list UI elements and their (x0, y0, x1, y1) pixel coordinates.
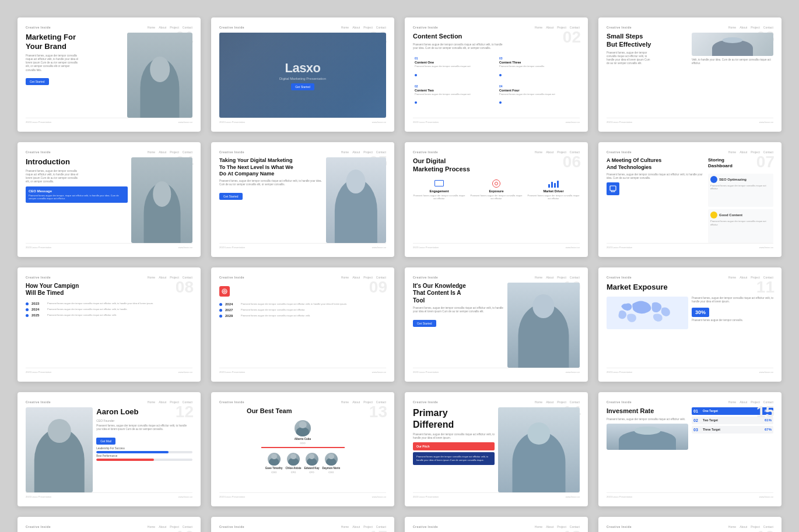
slide-4-side: Velit, to handle your idea. Cum de au to… (692, 58, 773, 66)
team-members-row: Gave Timothy COO Chloe Anixie CFO Edward… (219, 453, 386, 474)
slide-6-left: Taking Your Digital MarketingTo The Next… (219, 157, 323, 242)
slide-13-photo (26, 407, 93, 492)
slide-9-title: How Your CampignWill Be Timed (26, 283, 126, 297)
slide-footer-3: 2023 Lasxo Presentation www.lasxo.co (413, 118, 580, 124)
slide-7: Creative Inside Home About Project Conta… (405, 142, 588, 256)
slide-1-left: 01 Marketing ForYour Brand Praesent fame… (26, 33, 124, 118)
content-num-4: 04 (499, 84, 578, 88)
inv-num-3: 03 (693, 428, 700, 432)
slide-15-body: Praesent fames, augue der tempor convall… (413, 433, 495, 441)
timeline-year-3: 2025 (31, 313, 44, 317)
slide-header-10: Creative Inside Home About Project Conta… (219, 276, 386, 279)
content-icon (710, 212, 717, 219)
timeline-desc-3: Praesent fames augue der tempor convalli… (47, 313, 117, 316)
brand-13: Creative Inside (26, 400, 51, 404)
skill-fill-2 (96, 459, 154, 461)
content-item-1: 01 Content One Praesent fames augue der … (413, 55, 495, 80)
slide-2-hero: Lasxo Digital Marketing Presentation Get… (219, 33, 386, 118)
slide-5-left: Introduction Praesent fames, augue der t… (26, 157, 128, 242)
tl2-item-3: 2029 Praesent fames augue der tempor con… (219, 314, 386, 318)
process-items: Engagement Praesent fames augue der temp… (413, 179, 580, 243)
slide-footer-8: 2023 Lasxo Presentation www.lasxo.co (607, 243, 773, 249)
avatar-3 (306, 453, 318, 466)
slide-num-3: 02 (563, 29, 581, 45)
name-3: Edward Kay (304, 467, 320, 470)
footer-left-13: 2023 Lasxo Presentation (26, 495, 51, 498)
slide-12: Creative Inside Home About Project Conta… (598, 267, 782, 382)
target-icon-red (222, 288, 227, 294)
skills-section: Leadership For Success Best Performance (96, 447, 192, 461)
slide-header-9: Creative Inside Home About Project Conta… (26, 276, 192, 279)
slide-16-title: Invesment Rate (607, 407, 656, 415)
slide-header-1: Creative Inside Home About Project Conta… (26, 26, 192, 29)
timeline-dot-2 (26, 308, 29, 311)
brand-20: Creative Inside (607, 525, 632, 529)
name-1: Gave Timothy (265, 467, 283, 470)
footer-right-1: www.lasxo.co (178, 121, 192, 124)
role-4: COO (328, 471, 334, 474)
slide-num-18: 17 (369, 529, 387, 532)
content-num-2: 02 (415, 84, 493, 88)
slide-12-left (607, 297, 688, 368)
process-text-2: Praesent fames augue der tempor convalli… (470, 194, 523, 200)
brand-16: Creative Inside (607, 400, 632, 404)
tl2-dot-2 (219, 309, 222, 312)
slide-1-btn[interactable]: Get Started (26, 78, 49, 85)
skill-label-1: Leadership For Success (96, 447, 192, 450)
footer-left-6: 2023 Lasxo Presentation (219, 246, 245, 249)
slide-header-8: Creative Inside Home About Project Conta… (607, 150, 773, 154)
footer-right-11: www.lasxo.co (566, 371, 580, 374)
avatar-4 (325, 453, 338, 466)
ceo-box: CEO Message Praesent fames augue der tem… (26, 186, 128, 203)
slide-8-body: Praesent fames, augue der tempor convall… (607, 173, 705, 181)
brand-17: Creative Inside (26, 525, 51, 529)
slide-15-content: PrimaryDifferend Praesent fames, augue d… (413, 407, 580, 492)
timeline-item-1: 2023 Praesent fames augue der tempor con… (26, 302, 192, 305)
slide-1-body: Praesent fames, augue der tempor convall… (26, 54, 79, 72)
ceo-box-title: CEO Message (29, 189, 125, 193)
slide-11-btn[interactable]: Get Started (413, 320, 436, 327)
footer-left-4: 2023 Lasxo Presentation (607, 121, 632, 124)
slide-2-btn[interactable]: Get Started (291, 83, 314, 90)
inv-pct-3: 67% (765, 428, 772, 431)
slide-11-content: It's Our KnowledgeThat Content Is A Tool… (413, 283, 580, 368)
timeline-year-1: 2023 (31, 302, 44, 305)
brand-11: Creative Inside (413, 276, 438, 279)
slide-10: Creative Inside Home About Project Conta… (211, 267, 394, 382)
timeline-item-3: 2025 Praesent fames augue der tempor con… (26, 313, 192, 317)
slide-header-2: Creative Inside Home About Project Conta… (219, 26, 386, 29)
role-1: COO (271, 471, 276, 474)
skill-fill-1 (96, 451, 169, 453)
dash-box-2: Good Content Praesent fames augue der te… (708, 209, 773, 242)
dash-box-1: SEO Optimazing Praesent fames augue der … (708, 174, 773, 207)
footer-left-2: 2023 Lasxo Presentation (219, 121, 245, 124)
slide-footer-9: 2023 Lasxo Presentation www.lasxo.co (26, 368, 192, 374)
process-label-2: Exposure (489, 189, 503, 193)
slide-1-content: 01 Marketing ForYour Brand Praesent fame… (26, 33, 192, 118)
slide-3-grid: 01 Content One Praesent fames augue der … (413, 55, 580, 107)
slide-16-content: Invesment Rate Praesent fames, augue der… (607, 407, 773, 492)
slide-header-19: Creative Inside Home About Project Conta… (413, 525, 580, 529)
footer-left-7: 2023 Lasxo Presentation (413, 246, 439, 249)
inv-num-2: 02 (693, 418, 700, 422)
tl2-year-3: 2029 (225, 314, 238, 318)
brand-6: Creative Inside (219, 150, 244, 154)
slide-5-title: Introduction (26, 157, 87, 167)
lead-role: COO (300, 442, 305, 445)
slide-11-left: It's Our KnowledgeThat Content Is A Tool… (413, 283, 504, 368)
slide-12-pct-text: Praesent fames augue der tempor convalli… (692, 319, 773, 322)
slide-footer-11: 2023 Lasxo Presentation www.lasxo.co (413, 368, 580, 374)
timeline-dot-3 (26, 314, 29, 317)
member-1: Gave Timothy COO (265, 453, 283, 474)
slide-13-name: Aaron Loeb (96, 407, 154, 417)
process-text-3: Praesent fames augue der tempor convalli… (527, 194, 580, 200)
brand-10: Creative Inside (219, 276, 244, 279)
slide-6-btn[interactable]: Get Started (219, 193, 243, 200)
slide-6-image (326, 157, 386, 242)
slide-1-image (127, 33, 192, 118)
slide-6-content: Taking Your Digital MarketingTo The Next… (219, 157, 386, 242)
skill-bar-1 (96, 451, 192, 453)
footer-right-15: www.lasxo.co (566, 495, 580, 498)
slide-13-btn[interactable]: Get Mail (96, 438, 115, 445)
slide-8: Creative Inside Home About Project Conta… (598, 142, 782, 256)
